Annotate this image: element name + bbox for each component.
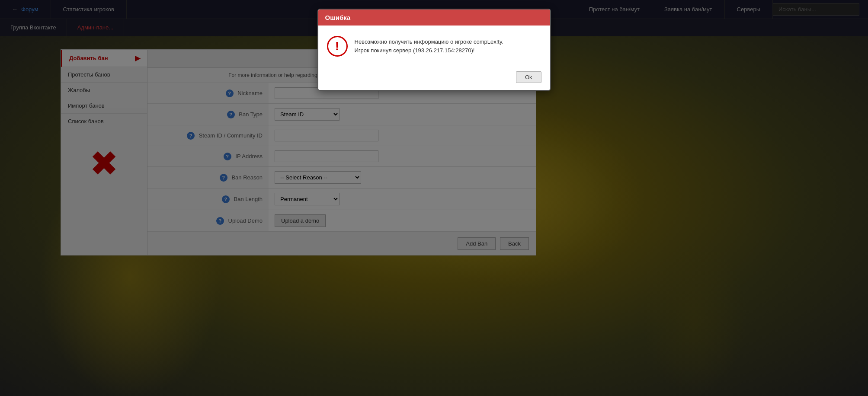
dialog-footer: Ok — [318, 67, 550, 90]
dialog-title: Ошибка — [325, 14, 351, 21]
dialog-message: Невозможно получить информацию о игроке … — [355, 36, 504, 54]
dialog-ok-button[interactable]: Ok — [516, 71, 541, 83]
dialog-header: Ошибка — [318, 10, 550, 26]
error-dialog: Ошибка ! Невозможно получить информацию … — [317, 9, 551, 91]
error-icon: ! — [327, 36, 348, 57]
dialog-body: ! Невозможно получить информацию о игрок… — [318, 26, 550, 67]
dialog-overlay: Ошибка ! Невозможно получить информацию … — [0, 0, 868, 396]
exclamation-icon: ! — [335, 39, 339, 53]
dialog-message-line1: Невозможно получить информацию о игроке … — [355, 38, 504, 46]
dialog-message-line2: Игрок покинул сервер (193.26.217.154:282… — [355, 46, 504, 55]
